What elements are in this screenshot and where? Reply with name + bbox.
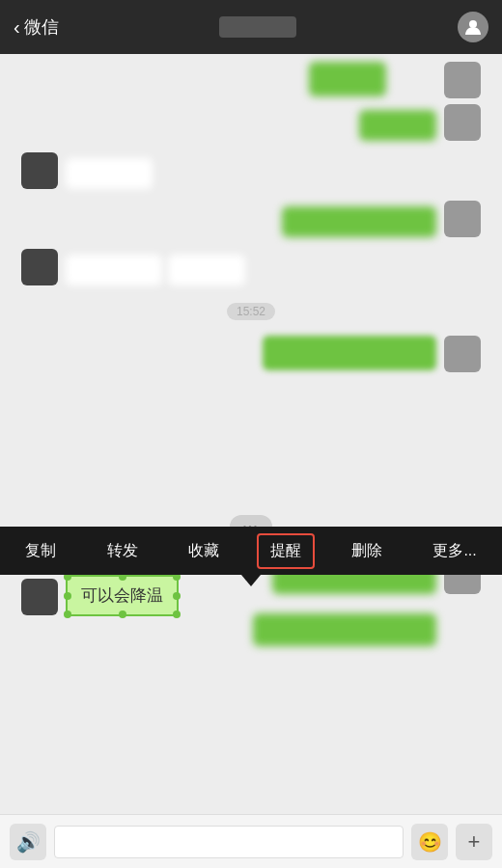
- msg-row-3: [0, 147, 502, 195]
- bubble-l3: [66, 158, 153, 189]
- svg-point-0: [469, 20, 477, 28]
- dot-mr: [173, 592, 181, 600]
- dot-mb: [119, 610, 126, 618]
- add-button[interactable]: +: [456, 824, 492, 860]
- avatar-l3: [21, 152, 58, 189]
- header-left: ‹ 微信: [14, 15, 59, 39]
- time-row: 15:52: [0, 297, 502, 326]
- chat-title-blurred: [219, 16, 296, 38]
- avatar-selected: [21, 579, 58, 615]
- bubble-top1: [309, 62, 386, 96]
- msg-row-partial: [0, 332, 502, 376]
- menu-more[interactable]: 更多...: [419, 533, 489, 569]
- avatar-l5: [21, 249, 58, 285]
- selected-bubble-text: 可以会降温: [81, 586, 163, 605]
- time-label: 15:52: [227, 303, 275, 320]
- bubble-lower2: [253, 613, 436, 646]
- add-icon: +: [468, 829, 481, 854]
- bubble-l5b: [168, 255, 245, 285]
- emoji-button[interactable]: 😊: [411, 824, 448, 860]
- msg-row-top1: [0, 54, 502, 98]
- text-input[interactable]: [54, 826, 404, 858]
- dot-bl: [64, 610, 71, 618]
- msg-row-4: [0, 195, 502, 243]
- header-right: [458, 12, 488, 42]
- menu-collect[interactable]: 收藏: [175, 533, 233, 569]
- chat-area: 15:52 复制 转发 收藏 提醒 删除 更多... 可以会降温: [0, 54, 502, 748]
- bubble-partial: [263, 336, 436, 370]
- emoji-icon: 😊: [418, 830, 442, 854]
- dot-br: [173, 610, 181, 618]
- dot-ml: [64, 592, 71, 600]
- voice-button[interactable]: 🔊: [10, 824, 46, 860]
- msg-row-5: [0, 243, 502, 291]
- voice-icon: 🔊: [16, 830, 41, 854]
- menu-copy[interactable]: 复制: [12, 533, 70, 569]
- app-title: 微信: [24, 15, 59, 39]
- menu-pointer: [241, 575, 261, 586]
- profile-icon[interactable]: [458, 12, 488, 42]
- bubble-l5a: [66, 255, 162, 285]
- avatar-partial: [444, 336, 481, 372]
- header: ‹ 微信: [0, 0, 502, 54]
- bubble-r2: [359, 110, 436, 141]
- selected-bubble: 可以会降温: [66, 575, 179, 616]
- selected-bubble-wrap: 可以会降温: [14, 575, 179, 616]
- avatar-r2: [444, 104, 481, 141]
- avatar-top1: [444, 62, 481, 98]
- bubble-r4: [282, 206, 436, 237]
- menu-remind[interactable]: 提醒: [257, 533, 315, 569]
- avatar-r4: [444, 201, 481, 237]
- back-icon[interactable]: ‹: [14, 16, 20, 39]
- menu-forward[interactable]: 转发: [94, 533, 152, 569]
- msg-row-2: [0, 98, 502, 147]
- bottom-bar: 🔊 😊 +: [0, 814, 502, 868]
- context-menu: 复制 转发 收藏 提醒 删除 更多...: [0, 527, 502, 575]
- menu-delete[interactable]: 删除: [338, 533, 396, 569]
